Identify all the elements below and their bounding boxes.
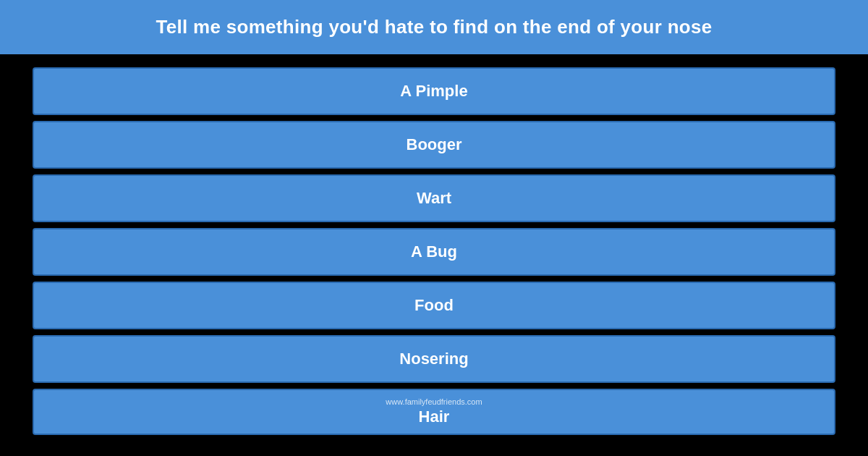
answer-label-3: Wart xyxy=(417,189,451,207)
answer-item-6[interactable]: Nosering xyxy=(33,335,835,383)
answer-item-2[interactable]: Booger xyxy=(33,121,835,169)
header: Tell me something you'd hate to find on … xyxy=(0,0,868,54)
question-title: Tell me something you'd hate to find on … xyxy=(156,16,712,38)
answer-label-1: A Pimple xyxy=(400,82,467,100)
answer-label-5: Food xyxy=(414,296,454,314)
answer-item-5[interactable]: Food xyxy=(33,282,835,329)
answer-item-4[interactable]: A Bug xyxy=(33,228,835,276)
answer-item-1[interactable]: A Pimple xyxy=(33,67,835,115)
answer-item-3[interactable]: Wart xyxy=(33,174,835,222)
watermark-text: www.familyfeudfriends.com xyxy=(48,397,820,406)
answer-label-4: A Bug xyxy=(411,242,457,261)
answer-label-6: Nosering xyxy=(399,350,468,368)
answer-label-2: Booger xyxy=(407,135,462,153)
answer-item-7[interactable]: www.familyfeudfriends.com Hair xyxy=(33,389,835,435)
answers-container: A Pimple Booger Wart A Bug Food Nosering… xyxy=(0,54,868,448)
answer-label-7: Hair xyxy=(419,408,450,426)
